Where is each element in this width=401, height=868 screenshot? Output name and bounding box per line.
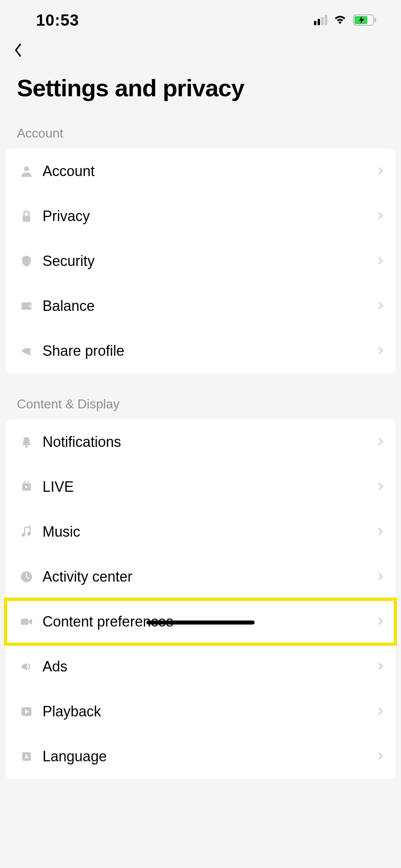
clock-icon (18, 568, 35, 586)
back-button[interactable] (12, 42, 24, 58)
chevron-right-icon (376, 527, 386, 537)
settings-item-label: Music (43, 523, 376, 540)
settings-item-label: LIVE (43, 479, 376, 495)
cellular-signal-icon (314, 15, 327, 25)
chevron-right-icon (376, 752, 386, 761)
settings-item-share-profile[interactable]: Share profile (6, 329, 395, 373)
wifi-icon (333, 14, 347, 26)
battery-charging-icon (353, 14, 377, 26)
home-indicator[interactable] (146, 621, 255, 625)
chevron-right-icon (376, 707, 386, 716)
nav-bar (0, 36, 401, 64)
settings-item-label: Privacy (43, 208, 376, 225)
chevron-right-icon (376, 301, 386, 311)
chevron-right-icon (376, 617, 386, 627)
svg-rect-4 (23, 215, 30, 221)
share-icon (18, 342, 35, 360)
settings-item-notifications[interactable]: Notifications (6, 420, 395, 464)
status-icons (314, 14, 377, 26)
settings-item-privacy[interactable]: Privacy (6, 194, 395, 239)
section-header-content-display: Content & Display (0, 393, 401, 420)
settings-item-label: Security (43, 253, 376, 270)
svg-point-7 (25, 446, 28, 448)
list-group: NotificationsLIVEMusicActivity centerCon… (6, 420, 395, 779)
settings-item-playback[interactable]: Playback (6, 689, 395, 734)
chevron-right-icon (376, 256, 386, 266)
chevron-right-icon (376, 346, 386, 356)
list-group: AccountPrivacySecurityBalanceShare profi… (6, 149, 395, 373)
lock-icon (18, 207, 35, 225)
playback-icon (18, 703, 35, 720)
settings-item-security[interactable]: Security (6, 239, 395, 284)
bell-icon (18, 433, 35, 451)
svg-rect-6 (28, 305, 32, 307)
settings-item-live[interactable]: LIVE (6, 464, 395, 509)
megaphone-icon (18, 658, 35, 675)
section-header-account: Account (0, 122, 401, 149)
status-time: 10:53 (36, 11, 79, 29)
status-bar: 10:53 (0, 0, 401, 36)
svg-rect-13 (21, 619, 28, 625)
settings-item-label: Balance (43, 298, 376, 314)
settings-item-label: Ads (43, 658, 376, 675)
settings-item-label: Share profile (43, 343, 376, 359)
video-icon (18, 613, 35, 631)
page-title: Settings and privacy (0, 64, 401, 122)
settings-item-label: Activity center (43, 568, 376, 585)
settings-item-language[interactable]: ALanguage (6, 734, 395, 779)
settings-item-account[interactable]: Account (6, 149, 395, 194)
settings-item-label: Language (43, 748, 376, 765)
settings-item-label: Account (43, 163, 376, 180)
wallet-icon (18, 297, 35, 315)
settings-item-activity-center[interactable]: Activity center (6, 554, 395, 599)
music-icon (18, 523, 35, 541)
chevron-right-icon (376, 437, 386, 447)
chevron-right-icon (376, 211, 386, 221)
settings-item-music[interactable]: Music (6, 509, 395, 554)
svg-point-3 (24, 166, 29, 171)
language-icon: A (18, 748, 35, 765)
svg-rect-2 (375, 18, 376, 22)
settings-item-ads[interactable]: Ads (6, 644, 395, 689)
live-icon (18, 478, 35, 496)
settings-item-balance[interactable]: Balance (6, 284, 395, 329)
svg-text:A: A (24, 753, 28, 760)
chevron-right-icon (376, 662, 386, 671)
settings-item-label: Playback (43, 703, 376, 720)
person-icon (18, 162, 35, 180)
svg-point-10 (27, 532, 31, 535)
chevron-right-icon (376, 572, 386, 582)
settings-item-label: Notifications (43, 434, 376, 450)
chevron-right-icon (376, 482, 386, 492)
shield-icon (18, 252, 35, 270)
chevron-right-icon (376, 166, 386, 176)
